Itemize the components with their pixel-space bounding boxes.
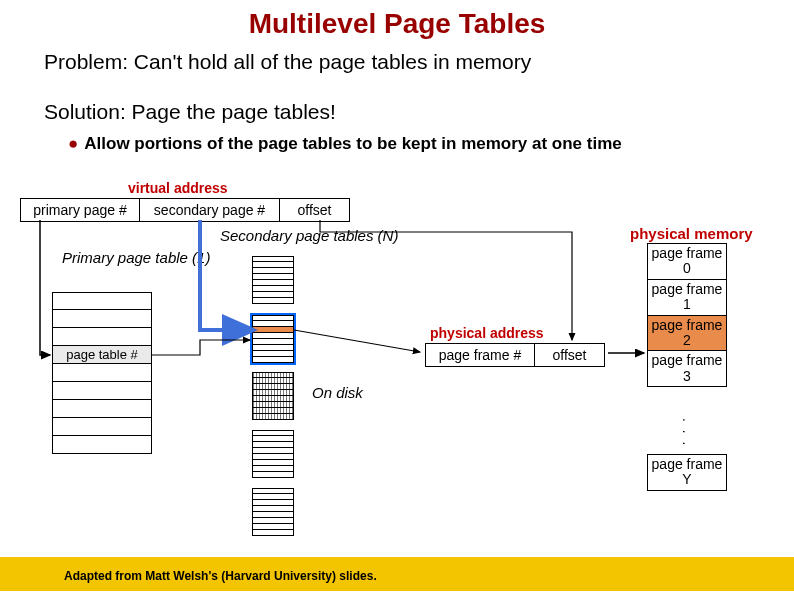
page-frame: page frame 1 (647, 280, 727, 316)
bullet-item: ●Allow portions of the page tables to be… (68, 134, 794, 154)
secondary-tables-label: Secondary page tables (N) (220, 228, 398, 245)
physical-address-label: physical address (430, 325, 544, 341)
physical-address-fields: page frame # offset (425, 343, 605, 367)
secondary-table-ondisk (252, 372, 294, 420)
virtual-address-fields: primary page # secondary page # offset (20, 198, 350, 222)
bullet-icon: ● (68, 134, 78, 153)
va-offset-field: offset (280, 198, 350, 222)
physical-memory-label: physical memory (630, 225, 753, 242)
slide-credit: Adapted from Matt Welsh's (Harvard Unive… (64, 569, 377, 583)
page-frame-highlight: page frame 2 (647, 316, 727, 352)
ellipsis-icon: . . . (680, 418, 696, 447)
on-disk-label: On disk (312, 384, 363, 401)
page-title: Multilevel Page Tables (0, 8, 794, 40)
problem-text: Problem: Can't hold all of the page tabl… (44, 50, 794, 74)
primary-table-label: Primary page table (1) (62, 250, 210, 267)
page-table-entry: page table # (52, 346, 152, 364)
pa-frame-field: page frame # (425, 343, 535, 367)
secondary-table-selected (252, 315, 294, 363)
page-frame: page frame 3 (647, 351, 727, 387)
pa-offset-field: offset (535, 343, 605, 367)
va-secondary-field: secondary page # (140, 198, 280, 222)
page-frame-last: page frame Y (647, 454, 727, 491)
bullet-text: Allow portions of the page tables to be … (84, 134, 621, 153)
page-frame: page frame 0 (647, 243, 727, 280)
virtual-address-label: virtual address (128, 180, 228, 196)
secondary-table (252, 256, 294, 304)
secondary-table (252, 430, 294, 478)
secondary-table (252, 488, 294, 536)
solution-text: Solution: Page the page tables! (44, 100, 794, 124)
primary-page-table: page table # (52, 292, 152, 454)
physical-memory-stack: page frame 0 page frame 1 page frame 2 p… (647, 243, 727, 387)
va-primary-field: primary page # (20, 198, 140, 222)
